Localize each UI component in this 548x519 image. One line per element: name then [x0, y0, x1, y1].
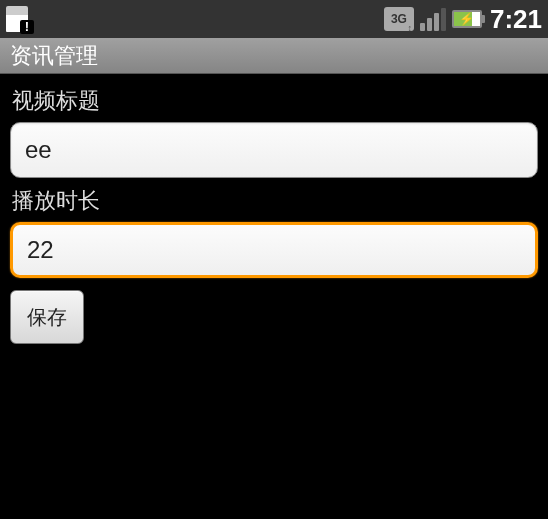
app-title-bar: 资讯管理 [0, 38, 548, 74]
3g-data-icon: 3G ↕ [384, 7, 414, 31]
save-button[interactable]: 保存 [10, 290, 84, 344]
duration-label: 播放时长 [12, 186, 538, 216]
signal-strength-icon [420, 7, 446, 31]
video-title-label: 视频标题 [12, 86, 538, 116]
battery-charging-icon: ⚡ [452, 10, 482, 28]
video-title-input[interactable] [10, 122, 538, 178]
form-content: 视频标题 播放时长 保存 [0, 74, 548, 348]
duration-input[interactable] [10, 222, 538, 278]
app-title: 资讯管理 [10, 41, 98, 71]
sd-card-warning-icon [6, 6, 28, 32]
clock: 7:21 [490, 4, 542, 35]
status-bar: 3G ↕ ⚡ 7:21 [0, 0, 548, 38]
